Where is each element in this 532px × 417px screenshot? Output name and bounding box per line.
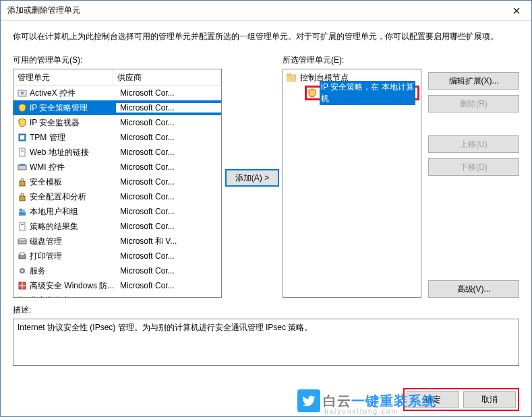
- svg-rect-28: [287, 73, 291, 75]
- list-item[interactable]: 高级安全 Windows 防...Microsoft Cor...: [13, 278, 221, 293]
- snapin-name: 本地用户和组: [30, 206, 116, 218]
- snapin-vendor: Microsoft Cor...: [116, 103, 221, 113]
- svg-rect-3: [20, 135, 24, 139]
- lock-icon: [17, 191, 28, 202]
- folder-icon: [286, 72, 297, 83]
- activex-icon: [17, 88, 28, 98]
- snapin-vendor: Microsoft Cor...: [116, 177, 221, 187]
- doc2-icon: [17, 221, 28, 232]
- disk-icon: [17, 236, 28, 247]
- selected-label: 所选管理单元(E):: [283, 55, 421, 66]
- move-up-button[interactable]: 上移(U): [428, 135, 519, 153]
- list-item[interactable]: 服务Microsoft Cor...: [13, 263, 221, 278]
- content-area: 你可以在计算机上为此控制台选择可用的管理单元并配置所选的一组管理单元。对于可扩展…: [1, 21, 531, 383]
- wmi-icon: [17, 162, 28, 172]
- users-icon: [17, 206, 28, 217]
- watermark-sub: baiyunxitong.com: [324, 408, 398, 415]
- snapin-name: 共享文件夹: [30, 295, 116, 298]
- list-item[interactable]: TPM 管理Microsoft Cor...: [13, 130, 221, 145]
- dialog-window: 添加或删除管理单元 你可以在计算机上为此控制台选择可用的管理单元并配置所选的一组…: [0, 0, 532, 417]
- list-item[interactable]: 安全模板Microsoft Cor...: [13, 174, 221, 189]
- close-button[interactable]: [501, 1, 531, 21]
- list-item[interactable]: 安全配置和分析Microsoft Cor...: [13, 189, 221, 204]
- folder-icon: [17, 295, 28, 297]
- move-down-button[interactable]: 下移(D): [428, 158, 519, 176]
- list-item[interactable]: 磁盘管理Microsoft 和 V...: [13, 234, 221, 249]
- list-header: 管理单元 供应商: [13, 69, 221, 86]
- cancel-button[interactable]: 取消: [463, 391, 516, 408]
- snapin-vendor: Microsoft Cor...: [116, 266, 221, 276]
- shield-y-icon: [17, 117, 28, 128]
- list-item[interactable]: Web 地址的链接Microsoft Cor...: [13, 145, 221, 160]
- panels: 可用的管理单元(S): 管理单元 供应商 ActiveX 控件Microsoft…: [13, 55, 519, 298]
- snapin-name: 打印管理: [30, 251, 116, 262]
- snapin-name: 服务: [30, 265, 116, 277]
- list-item[interactable]: ActiveX 控件Microsoft Cor...: [13, 86, 221, 100]
- list-item[interactable]: 本地用户和组Microsoft Cor...: [13, 204, 221, 219]
- list-item[interactable]: IP 安全策略管理Microsoft Cor...: [13, 100, 221, 115]
- snapin-vendor: Microsoft Cor...: [116, 251, 221, 261]
- svg-point-1: [21, 92, 24, 94]
- tpm-icon: [17, 132, 28, 143]
- svg-point-12: [22, 210, 25, 212]
- snapin-vendor: Microsoft Cor...: [116, 222, 221, 231]
- tree-child-ipsec[interactable]: IP 安全策略，在 本地计算机: [305, 86, 419, 100]
- snapin-name: 磁盘管理: [30, 236, 116, 247]
- snapin-vendor: Microsoft Cor...: [116, 296, 221, 297]
- available-label: 可用的管理单元(S):: [13, 55, 222, 66]
- snapin-vendor: Microsoft 和 V...: [116, 236, 221, 247]
- edit-extensions-button[interactable]: 编辑扩展(X)...: [428, 72, 519, 90]
- shield-y-icon: [17, 102, 28, 113]
- list-item[interactable]: 打印管理Microsoft Cor...: [13, 249, 221, 263]
- lock-icon: [17, 177, 28, 187]
- intro-text: 你可以在计算机上为此控制台选择可用的管理单元并配置所选的一组管理单元。对于可扩展…: [13, 30, 519, 42]
- svg-point-17: [18, 238, 26, 241]
- selected-tree[interactable]: 控制台根节点 IP 安全策略，在 本地计算机: [283, 69, 421, 298]
- titlebar: 添加或删除管理单元: [1, 1, 531, 21]
- list-item[interactable]: 策略的结果集Microsoft Cor...: [13, 219, 221, 234]
- snapin-name: 策略的结果集: [30, 221, 116, 232]
- list-body[interactable]: ActiveX 控件Microsoft Cor...IP 安全策略管理Micro…: [13, 86, 221, 297]
- snapin-vendor: Microsoft Cor...: [116, 192, 221, 201]
- ok-cancel-highlight: 确定 取消: [403, 388, 519, 411]
- list-item[interactable]: IP 安全监视器Microsoft Cor...: [13, 115, 221, 130]
- window-title: 添加或删除管理单元: [7, 5, 501, 16]
- svg-rect-4: [20, 148, 25, 156]
- description-label: 描述:: [13, 304, 519, 316]
- bottom-bar: 白云一键重装系统 baiyunxitong.com 确定 取消: [1, 383, 531, 416]
- advanced-button[interactable]: 高级(V)...: [428, 280, 519, 298]
- available-listbox[interactable]: 管理单元 供应商 ActiveX 控件Microsoft Cor...IP 安全…: [13, 69, 222, 298]
- svg-point-21: [22, 270, 24, 272]
- watermark-logo-icon: [297, 389, 320, 412]
- available-panel: 可用的管理单元(S): 管理单元 供应商 ActiveX 控件Microsoft…: [13, 55, 222, 298]
- col-header-name[interactable]: 管理单元: [13, 69, 113, 85]
- svg-rect-15: [21, 224, 24, 225]
- col-header-vendor[interactable]: 供应商: [113, 69, 221, 85]
- ok-button[interactable]: 确定: [407, 391, 459, 408]
- description-section: 描述: Internet 协议安全性 (IPsec) 管理。为与别的计算机进行安…: [13, 304, 519, 366]
- snapin-name: Web 地址的链接: [30, 147, 116, 158]
- snapin-vendor: Microsoft Cor...: [116, 162, 221, 172]
- snapin-vendor: Microsoft Cor...: [116, 88, 221, 98]
- mid-panel: 添加(A) >: [222, 55, 283, 298]
- svg-rect-8: [20, 164, 25, 166]
- snapin-name: WMI 控件: [30, 162, 116, 173]
- snapin-name: 安全配置和分析: [30, 191, 116, 203]
- shield-icon: [307, 88, 318, 98]
- tree-wrap: 所选管理单元(E): 控制台根节点 IP 安全策略，在: [283, 55, 421, 298]
- snapin-vendor: Microsoft Cor...: [116, 281, 221, 290]
- list-item[interactable]: 共享文件夹Microsoft Cor...: [13, 293, 221, 297]
- doc-icon: [17, 147, 28, 158]
- svg-rect-19: [20, 253, 24, 255]
- description-box: Internet 协议安全性 (IPsec) 管理。为与别的计算机进行安全通讯管…: [13, 319, 519, 366]
- printer-icon: [17, 251, 28, 261]
- snapin-name: ActiveX 控件: [30, 88, 116, 99]
- list-item[interactable]: WMI 控件Microsoft Cor...: [13, 160, 221, 174]
- add-button[interactable]: 添加(A) >: [225, 169, 279, 187]
- snapin-name: TPM 管理: [30, 132, 116, 143]
- svg-rect-14: [20, 222, 25, 230]
- snapin-vendor: Microsoft Cor...: [116, 207, 221, 216]
- svg-rect-10: [20, 196, 25, 201]
- svg-rect-7: [18, 165, 26, 170]
- remove-button[interactable]: 删除(R): [428, 95, 519, 113]
